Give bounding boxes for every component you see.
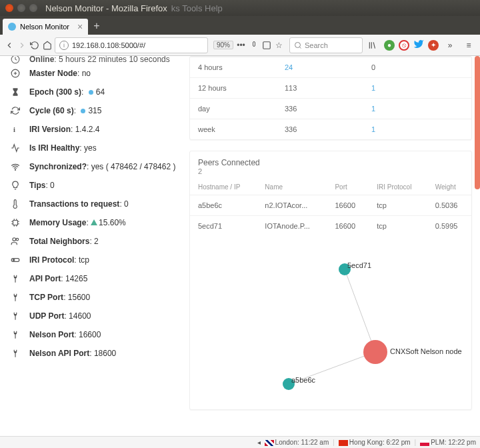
chip-icon <box>9 218 21 227</box>
col-weight: Weight <box>427 178 471 195</box>
info-row: TCP Port: 15600 <box>9 288 177 307</box>
svg-point-1 <box>295 42 301 47</box>
site-info-icon[interactable]: i <box>59 41 69 50</box>
info-row: UDP Port: 14600 <box>9 307 177 325</box>
peers-panel: Peers Connected 2 Hostname / IP Name Por… <box>189 151 472 410</box>
twitter-icon[interactable] <box>413 39 424 51</box>
browser-tab[interactable]: Nelson Monitor × <box>3 19 88 35</box>
thermo-icon <box>9 199 21 209</box>
status-arrow-icon[interactable]: ◂ <box>257 439 261 446</box>
info-text: Cycle (60 s): 315 <box>29 106 101 115</box>
refresh-icon <box>9 106 21 115</box>
info-text: TCP Port: 15600 <box>29 293 90 302</box>
peer-port: 16600 <box>327 195 369 216</box>
info-row: Online: 5 hours 22 minutes 10 seconds <box>9 56 177 64</box>
hamburger-menu-icon[interactable]: ≡ <box>461 38 476 53</box>
search-icon <box>294 41 302 49</box>
plug-icon <box>9 349 21 358</box>
heartbeat-icon <box>9 143 21 153</box>
col-name: Name <box>257 178 327 195</box>
menubar-faded: ks Tools Help <box>171 3 223 13</box>
stats-c2[interactable]: 1 <box>363 78 471 99</box>
scrollbar-thumb[interactable] <box>475 56 480 189</box>
stats-period: 12 hours <box>190 78 277 99</box>
peer-host: 5ecd71 <box>190 216 257 237</box>
peer-weight: 0.5995 <box>427 216 471 237</box>
stats-c1[interactable]: 24 <box>277 57 363 78</box>
back-button[interactable] <box>4 38 14 53</box>
info-row: Cycle (60 s): 315 <box>9 101 177 120</box>
peer-row[interactable]: 5ecd71IOTAnode.P...16600tcp0.5995 <box>190 216 471 237</box>
peer-weight: 0.5036 <box>427 195 471 216</box>
stats-panel: 4 hours24012 hours1131day3361week3361 <box>189 56 472 140</box>
peer-host: a5be6c <box>190 195 257 216</box>
window-titlebar: Nelson Monitor - Mozilla Firefox ks Tool… <box>0 0 480 16</box>
graph-label-peer2: a5be6c <box>291 376 315 384</box>
info-row: Is IRI Healthy: yes <box>9 139 177 157</box>
wifi-icon <box>9 162 21 171</box>
window-minimize-button[interactable] <box>17 4 25 12</box>
peers-header-row: Hostname / IP Name Port IRI Protocol Wei… <box>190 178 471 195</box>
svg-rect-6 <box>13 221 18 225</box>
svg-point-8 <box>16 238 19 241</box>
pocket-icon[interactable] <box>261 38 271 53</box>
graph-node-main[interactable] <box>363 340 387 364</box>
info-row: IRI Protocol: tcp <box>9 251 177 269</box>
stats-period: 4 hours <box>190 57 277 78</box>
plug-icon <box>9 293 21 302</box>
peer-row[interactable]: a5be6cn2.IOTAcor...16600tcp0.5036 <box>190 195 471 216</box>
info-row: API Port: 14265 <box>9 269 177 288</box>
home-button[interactable] <box>42 38 52 53</box>
info-row: Nelson Port: 16600 <box>9 325 177 344</box>
info-icon: i <box>9 125 21 134</box>
svg-line-11 <box>345 269 375 352</box>
window-close-button[interactable] <box>5 4 13 12</box>
tab-title: Nelson Monitor <box>20 23 69 31</box>
library-icon[interactable] <box>365 38 380 53</box>
search-bar[interactable]: Search <box>289 37 363 53</box>
stats-c2: 0 <box>363 57 471 78</box>
clock-icon <box>9 56 21 64</box>
info-text: Nelson API Port: 18600 <box>29 349 116 358</box>
hourglass-icon <box>9 87 21 97</box>
info-text: Is IRI Healthy: yes <box>29 143 97 153</box>
tab-close-icon[interactable]: × <box>77 21 83 32</box>
ext-badge-green-icon[interactable]: ● <box>384 40 395 51</box>
stats-table: 4 hours24012 hours1131day3361week3361 <box>190 57 471 139</box>
zoom-indicator[interactable]: 90% <box>213 41 233 49</box>
stats-c1: 113 <box>277 78 363 99</box>
peers-title: Peers Connected <box>198 158 463 167</box>
stats-row: 4 hours240 <box>190 57 471 78</box>
stats-c1: 336 <box>277 119 363 140</box>
new-tab-button[interactable]: + <box>93 20 99 32</box>
peers-network-graph[interactable]: CNXSoft Nelson node 5ecd71 a5be6c <box>190 236 471 409</box>
col-proto: IRI Protocol <box>369 178 427 195</box>
info-text: Synchronized?: yes ( 478462 / 478462 ) <box>29 162 175 171</box>
overflow-menu-icon[interactable]: » <box>443 38 457 53</box>
url-bar[interactable]: i 192.168.0.108:5000/#/ <box>55 37 208 53</box>
plug-icon <box>9 330 21 339</box>
graph-label-peer1: 5ecd71 <box>347 261 371 269</box>
noscript-icon[interactable]: ⦸ <box>399 40 409 51</box>
svg-point-7 <box>13 238 16 241</box>
stats-c2[interactable]: 1 <box>363 99 471 119</box>
bookmark-star-icon[interactable]: ☆ <box>274 38 284 53</box>
plug-icon <box>9 311 21 321</box>
info-text: Memory Usage: 15.60% <box>29 218 126 227</box>
info-row: Tips: 0 <box>9 176 177 195</box>
info-text: Tips: 0 <box>29 181 55 190</box>
window-maximize-button[interactable] <box>29 4 37 12</box>
info-row: Epoch (300 s): 64 <box>9 83 177 101</box>
stats-c2[interactable]: 1 <box>363 119 471 140</box>
svg-rect-9 <box>11 259 19 262</box>
graph-label-main: CNXSoft Nelson node <box>390 347 462 355</box>
status-bar: ◂ London: 11:22 am | Hong Kong: 6:22 pm … <box>0 436 480 448</box>
node-info-sidebar: Online: 5 hours 22 minutes 10 secondsMas… <box>0 56 187 436</box>
info-row: Total Neighbors: 2 <box>9 232 177 251</box>
peers-count: 2 <box>198 167 463 175</box>
reader-mode-icon[interactable] <box>249 38 259 53</box>
page-actions-icon[interactable]: ••• <box>236 38 246 53</box>
tab-strip: Nelson Monitor × + <box>0 16 480 35</box>
adblock-icon[interactable]: ✦ <box>428 40 439 51</box>
reload-button[interactable] <box>29 38 39 53</box>
